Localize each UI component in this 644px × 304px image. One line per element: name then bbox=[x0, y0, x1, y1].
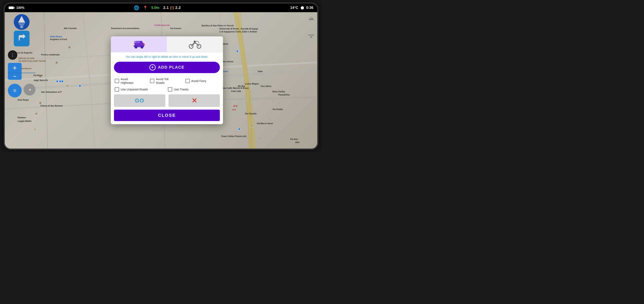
hint-text: You can swipe left or right to delete an… bbox=[111, 52, 223, 62]
status-center: 🌐 📍 5.0m 2.1 (!) 2.2 bbox=[134, 5, 181, 10]
battery-percent: 100% bbox=[16, 6, 24, 10]
svg-point-8 bbox=[194, 41, 196, 43]
add-place-button[interactable]: + ADD PLACE bbox=[114, 62, 220, 73]
gps-icon: 📍 bbox=[143, 6, 148, 10]
add-place-label: ADD PLACE bbox=[158, 65, 184, 70]
avoid-toll-option[interactable]: Avoid TollRoads bbox=[150, 77, 184, 85]
clock-display: 0:36 bbox=[306, 6, 313, 10]
avoid-highways-label: AvoidHighways bbox=[121, 77, 134, 85]
avoid-ferry-option[interactable]: Avoid Ferry bbox=[186, 77, 219, 85]
battery-icon bbox=[9, 6, 15, 9]
avoid-ferry-checkbox[interactable] bbox=[186, 79, 190, 83]
close-button-label: CLOSE bbox=[158, 113, 176, 118]
options-row-1: AvoidHighways Avoid TollRoads Avoid Ferr… bbox=[111, 76, 223, 87]
device-frame: 100% 🌐 📍 5.0m 2.1 (!) 2.2 14°C ⬢ 0:36 bbox=[4, 2, 318, 150]
use-unpaved-checkbox[interactable] bbox=[115, 87, 119, 92]
go-button-label: GO bbox=[135, 98, 144, 104]
options-row-2: Use Unpaved Roads Use Tracks bbox=[111, 87, 223, 94]
avoid-toll-label: Avoid TollRoads bbox=[156, 77, 168, 85]
status-right: 14°C ⬢ 0:36 bbox=[290, 5, 313, 10]
avoid-toll-checkbox[interactable] bbox=[150, 79, 154, 83]
avoid-ferry-label: Avoid Ferry bbox=[191, 79, 206, 83]
use-tracks-option[interactable]: Use Tracks bbox=[168, 87, 219, 92]
motorcycle-mode-tab[interactable] bbox=[167, 36, 223, 52]
route-modal-overlay: You can swipe left or right to delete an… bbox=[5, 12, 317, 149]
use-unpaved-option[interactable]: Use Unpaved Roads bbox=[115, 87, 166, 92]
status-left: 100% bbox=[9, 6, 24, 10]
svg-point-2 bbox=[135, 46, 138, 48]
close-button[interactable]: CLOSE bbox=[114, 110, 220, 121]
use-unpaved-label: Use Unpaved Roads bbox=[121, 88, 148, 91]
action-buttons: GO ✕ bbox=[111, 94, 223, 107]
svg-rect-5 bbox=[143, 44, 145, 45]
go-button[interactable]: GO bbox=[114, 94, 165, 107]
speed-display: 2.1 (!) 2.2 bbox=[163, 6, 181, 10]
route-modal: You can swipe left or right to delete an… bbox=[111, 36, 223, 124]
bluetooth-icon: ⬢ bbox=[300, 5, 304, 10]
status-bar: 100% 🌐 📍 5.0m 2.1 (!) 2.2 14°C ⬢ 0:36 bbox=[5, 3, 317, 12]
transport-tabs bbox=[111, 36, 223, 52]
car-mode-tab[interactable] bbox=[111, 36, 167, 52]
cancel-button[interactable]: ✕ bbox=[168, 94, 220, 107]
avoid-highways-option[interactable]: AvoidHighways bbox=[115, 77, 148, 85]
svg-rect-1 bbox=[134, 41, 140, 43]
use-tracks-label: Use Tracks bbox=[174, 88, 188, 91]
temperature-display: 14°C bbox=[290, 6, 298, 10]
svg-rect-4 bbox=[133, 44, 135, 45]
svg-point-3 bbox=[140, 46, 143, 48]
add-place-plus-icon: + bbox=[150, 64, 156, 71]
use-tracks-checkbox[interactable] bbox=[168, 87, 172, 92]
globe-icon: 🌐 bbox=[134, 5, 139, 10]
gps-value: 5.0m bbox=[151, 6, 160, 10]
cancel-x-icon: ✕ bbox=[192, 97, 197, 105]
avoid-highways-checkbox[interactable] bbox=[115, 79, 119, 83]
